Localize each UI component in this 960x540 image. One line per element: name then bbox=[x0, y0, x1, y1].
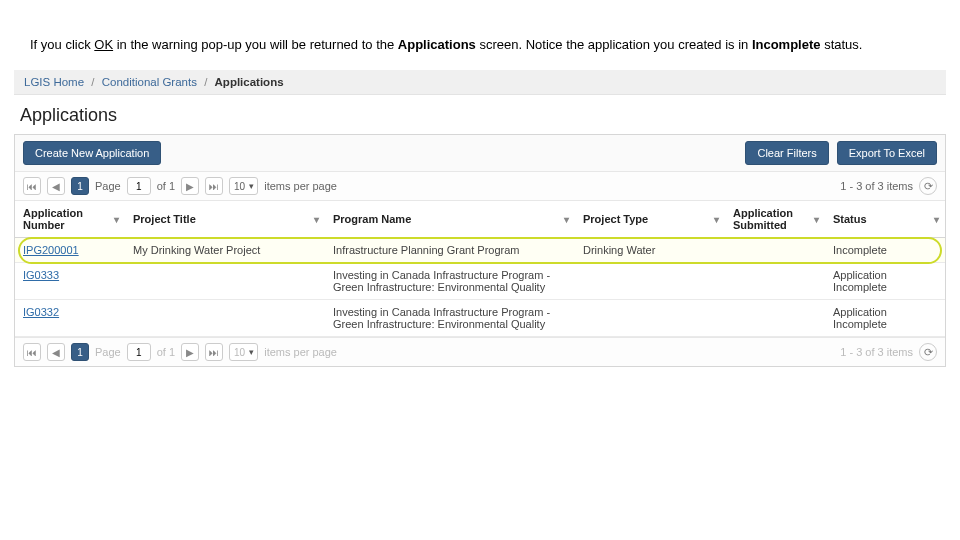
application-submitted-cell bbox=[725, 238, 825, 263]
project-title-cell bbox=[125, 300, 325, 337]
filter-icon[interactable]: ▾ bbox=[314, 214, 319, 225]
col-application-submitted[interactable]: Application Submitted▾ bbox=[725, 201, 825, 238]
application-number-link[interactable]: IG0332 bbox=[15, 300, 125, 337]
application-submitted-cell bbox=[725, 263, 825, 300]
pager-of-label: of 1 bbox=[157, 180, 175, 192]
create-new-application-button[interactable]: Create New Application bbox=[23, 141, 161, 165]
project-title-cell: My Drinking Water Project bbox=[125, 238, 325, 263]
table-row: IG0332Investing in Canada Infrastructure… bbox=[15, 300, 945, 337]
page-title: Applications bbox=[14, 95, 946, 134]
instruction-text: If you click OK in the warning pop-up yo… bbox=[0, 0, 960, 70]
pager-first-icon[interactable]: ⏮ bbox=[23, 343, 41, 361]
applications-table: Application Number▾ Project Title▾ Progr… bbox=[15, 201, 945, 337]
program-name-cell: Investing in Canada Infrastructure Progr… bbox=[325, 300, 575, 337]
pager-items-per-page-label: items per page bbox=[264, 346, 337, 358]
pager-page-label: Page bbox=[95, 346, 121, 358]
application-number-link[interactable]: IG0333 bbox=[15, 263, 125, 300]
export-to-excel-button[interactable]: Export To Excel bbox=[837, 141, 937, 165]
project-title-cell bbox=[125, 263, 325, 300]
pager-bottom: ⏮ ◀ 1 Page of 1 ▶ ⏭ 10 items per page 1 … bbox=[15, 337, 945, 366]
pager-current-page[interactable]: 1 bbox=[71, 343, 89, 361]
breadcrumb: LGIS Home / Conditional Grants / Applica… bbox=[14, 70, 946, 95]
pager-next-icon[interactable]: ▶ bbox=[181, 343, 199, 361]
filter-icon[interactable]: ▾ bbox=[934, 214, 939, 225]
col-application-number[interactable]: Application Number▾ bbox=[15, 201, 125, 238]
table-row: IPG200001My Drinking Water ProjectInfras… bbox=[15, 238, 945, 263]
col-project-title[interactable]: Project Title▾ bbox=[125, 201, 325, 238]
refresh-icon[interactable]: ⟳ bbox=[919, 177, 937, 195]
pager-page-size-select[interactable]: 10 bbox=[229, 177, 258, 195]
clear-filters-button[interactable]: Clear Filters bbox=[745, 141, 828, 165]
status-cell: Incomplete bbox=[825, 238, 945, 263]
pager-page-size-select[interactable]: 10 bbox=[229, 343, 258, 361]
breadcrumb-home[interactable]: LGIS Home bbox=[24, 76, 84, 88]
col-program-name[interactable]: Program Name▾ bbox=[325, 201, 575, 238]
col-status[interactable]: Status▾ bbox=[825, 201, 945, 238]
project-type-cell: Drinking Water bbox=[575, 238, 725, 263]
pager-summary: 1 - 3 of 3 items bbox=[840, 346, 913, 358]
pager-page-label: Page bbox=[95, 180, 121, 192]
pager-first-icon[interactable]: ⏮ bbox=[23, 177, 41, 195]
pager-current-page[interactable]: 1 bbox=[71, 177, 89, 195]
pager-next-icon[interactable]: ▶ bbox=[181, 177, 199, 195]
breadcrumb-conditional-grants[interactable]: Conditional Grants bbox=[102, 76, 197, 88]
refresh-icon[interactable]: ⟳ bbox=[919, 343, 937, 361]
applications-panel: Create New Application Clear Filters Exp… bbox=[14, 134, 946, 367]
program-name-cell: Infrastructure Planning Grant Program bbox=[325, 238, 575, 263]
application-number-link[interactable]: IPG200001 bbox=[15, 238, 125, 263]
pager-last-icon[interactable]: ⏭ bbox=[205, 343, 223, 361]
pager-of-label: of 1 bbox=[157, 346, 175, 358]
breadcrumb-current: Applications bbox=[215, 76, 284, 88]
table-row: IG0333Investing in Canada Infrastructure… bbox=[15, 263, 945, 300]
pager-top: ⏮ ◀ 1 Page of 1 ▶ ⏭ 10 items per page 1 … bbox=[15, 172, 945, 201]
pager-summary: 1 - 3 of 3 items bbox=[840, 180, 913, 192]
filter-icon[interactable]: ▾ bbox=[564, 214, 569, 225]
pager-page-input[interactable] bbox=[127, 177, 151, 195]
pager-page-input[interactable] bbox=[127, 343, 151, 361]
pager-prev-icon[interactable]: ◀ bbox=[47, 177, 65, 195]
pager-items-per-page-label: items per page bbox=[264, 180, 337, 192]
application-submitted-cell bbox=[725, 300, 825, 337]
pager-prev-icon[interactable]: ◀ bbox=[47, 343, 65, 361]
program-name-cell: Investing in Canada Infrastructure Progr… bbox=[325, 263, 575, 300]
status-cell: Application Incomplete bbox=[825, 263, 945, 300]
filter-icon[interactable]: ▾ bbox=[814, 214, 819, 225]
project-type-cell bbox=[575, 300, 725, 337]
status-cell: Application Incomplete bbox=[825, 300, 945, 337]
filter-icon[interactable]: ▾ bbox=[714, 214, 719, 225]
pager-last-icon[interactable]: ⏭ bbox=[205, 177, 223, 195]
project-type-cell bbox=[575, 263, 725, 300]
filter-icon[interactable]: ▾ bbox=[114, 214, 119, 225]
col-project-type[interactable]: Project Type▾ bbox=[575, 201, 725, 238]
